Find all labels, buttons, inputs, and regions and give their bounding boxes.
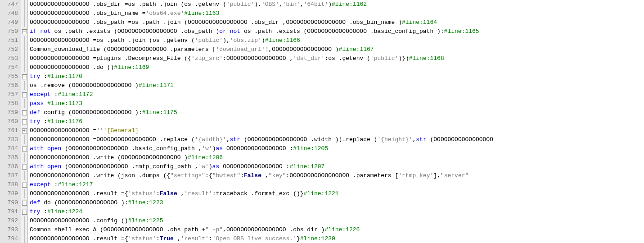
- line-number: 757: [0, 90, 21, 99]
- token-op: ,: [300, 1, 304, 8]
- token-id: OOOOOOOOOOOOOOOOO: [30, 55, 93, 62]
- code-line[interactable]: OOOOOOOOOOOOOOOOO =OOOOOOOOOOOOOOOOO .re…: [28, 135, 644, 144]
- token-op: ): [212, 145, 216, 152]
- code-line[interactable]: OOOOOOOOOOOOOOOOO =os .path .join (os .g…: [28, 36, 644, 45]
- code-line[interactable]: OOOOOOOOOOOOOOOOO ='''[General]: [28, 126, 644, 135]
- fold-collapse-icon[interactable]: [21, 90, 27, 99]
- token-op: :: [156, 235, 160, 242]
- token-id: OOOOOOOOOOOOOOOOO: [30, 127, 93, 134]
- line-number: 752: [0, 45, 21, 54]
- token-cm: #line:1167: [339, 46, 374, 53]
- token-id: OOOOOOOOOOOOOOOOO .obs_dir: [30, 1, 125, 8]
- token-str: 'result': [184, 190, 212, 197]
- token-kw: try: [30, 208, 44, 215]
- fold-guide: [21, 36, 27, 45]
- token-op: (: [100, 226, 104, 233]
- code-editor[interactable]: 7477487497507517527537547557567577587597…: [0, 0, 644, 243]
- fold-collapse-icon[interactable]: [21, 72, 27, 81]
- code-line[interactable]: OOOOOOOOOOOOOOOOO =plugins .Decompress_F…: [28, 54, 644, 63]
- token-op: ,: [195, 163, 198, 170]
- token-kw: try: [30, 118, 44, 125]
- token-op: ),: [254, 1, 261, 8]
- token-id: OOOOOOOOOOOOOOOOO .rmtp_config_path: [68, 163, 195, 170]
- code-line[interactable]: OOOOOOOOOOOOOOOOO .result ={'status':Tru…: [28, 234, 644, 243]
- code-line[interactable]: with open (OOOOOOOOOOOOOOOOO .rmtp_confi…: [28, 162, 644, 171]
- code-area[interactable]: OOOOOOOOOOOOOOOOO .obs_dir =os .path .jo…: [28, 0, 644, 243]
- code-line[interactable]: OOOOOOOOOOOOOOOOO .obs_bin_name ='obs64.…: [28, 9, 644, 18]
- code-line[interactable]: OOOOOOOOOOOOOOOOO .write (OOOOOOOOOOOOOO…: [28, 153, 644, 162]
- line-number: 786: [0, 162, 21, 171]
- code-line[interactable]: with open (OOOOOOOOOOOOOOOOO .basic_conf…: [28, 144, 644, 153]
- token-op: ={: [121, 190, 128, 197]
- code-line[interactable]: OOOOOOOOOOOOOOOOO .config ()#line:1225: [28, 216, 644, 225]
- code-line[interactable]: def do (OOOOOOOOOOOOOOOOO ):#line:1223: [28, 198, 644, 207]
- token-defname: do: [44, 199, 54, 206]
- token-op: ): [398, 19, 402, 26]
- fold-collapse-icon[interactable]: [21, 180, 27, 189]
- token-id: Common_download_file: [30, 46, 104, 53]
- token-id: traceback .format_exc: [216, 190, 293, 197]
- fold-guide: [21, 18, 27, 27]
- token-id: OOOOOOOOOOOOOOOOO .obs_dir: [226, 226, 321, 233]
- code-line[interactable]: except :#line:1217: [28, 180, 644, 189]
- token-id: OOOOOOOOOOOOOOOOO: [226, 55, 289, 62]
- line-number: 756: [0, 81, 21, 90]
- code-line[interactable]: OOOOOOOOOOOOOOOOO .obs_dir =os .path .jo…: [28, 0, 644, 9]
- code-line[interactable]: OOOOOOOOOOOOOOOOO .do ()#line:1169: [28, 63, 644, 72]
- token-cm: #line:1206: [188, 154, 223, 161]
- fold-collapse-icon[interactable]: [21, 144, 27, 153]
- code-line[interactable]: Common_shell_exec_A (OOOOOOOOOOOOOOOOO .…: [28, 225, 644, 234]
- code-line[interactable]: def config (OOOOOOOOOOOOOOOOO ):#line:11…: [28, 108, 644, 117]
- line-number: 791: [0, 207, 21, 216]
- token-cm: #line:1168: [409, 55, 444, 62]
- fold-expand-icon[interactable]: [21, 126, 27, 135]
- code-line[interactable]: OOOOOOOOOOOOOOOOO .obs_path =os .path .j…: [28, 18, 644, 27]
- line-number: 788: [0, 180, 21, 189]
- fold-collapse-icon[interactable]: [21, 117, 27, 126]
- token-bool: False: [160, 190, 181, 197]
- code-line[interactable]: pass #line:1173: [28, 99, 644, 108]
- fold-collapse-icon[interactable]: [21, 198, 27, 207]
- token-str: 'OBS': [261, 1, 279, 8]
- token-kw: pass: [30, 100, 47, 107]
- code-line[interactable]: os .remove (OOOOOOOOOOOOOOOOO )#line:117…: [28, 81, 644, 90]
- fold-collapse-icon[interactable]: [21, 207, 27, 216]
- code-line[interactable]: try :#line:1176: [28, 117, 644, 126]
- code-line[interactable]: Common_download_file (OOOOOOOOOOOOOOOOO …: [28, 45, 644, 54]
- token-id: OOOOOOOOOOOOOOOOO: [72, 82, 135, 89]
- token-op: ,: [177, 235, 181, 242]
- code-line[interactable]: try :#line:1224: [28, 207, 644, 216]
- code-line[interactable]: try :#line:1170: [28, 72, 644, 81]
- token-cm: #line:1230: [300, 235, 335, 242]
- token-str: '{height}': [377, 136, 412, 143]
- token-id: .path .join: [142, 19, 185, 26]
- fold-collapse-icon[interactable]: [21, 108, 27, 117]
- token-op: (: [367, 55, 370, 62]
- token-op: ): [335, 46, 339, 53]
- line-number: 789: [0, 189, 21, 198]
- line-number: 749: [0, 18, 21, 27]
- fold-collapse-icon[interactable]: [21, 162, 27, 171]
- code-line[interactable]: OOOOOOOOOOOOOOOOO .result ={'status':Fal…: [28, 189, 644, 198]
- token-id: .path .join: [139, 1, 181, 8]
- token-str: " -p": [205, 226, 223, 233]
- line-number-gutter: 7477487497507517527537547557567577587597…: [0, 0, 21, 243]
- fold-guide: [21, 171, 27, 180]
- token-op: ): [184, 154, 188, 161]
- token-cm: #line:1166: [265, 37, 300, 44]
- token-op: ): [135, 82, 139, 89]
- code-line[interactable]: if not os .path .exists (OOOOOOOOOOOOOOO…: [28, 27, 644, 36]
- code-line[interactable]: except :#line:1172: [28, 90, 644, 99]
- token-kw: as: [212, 163, 223, 170]
- token-op: :: [212, 190, 216, 197]
- code-line[interactable]: OOOOOOOOOOOOOOOOO .write (json .dumps ({…: [28, 171, 644, 180]
- token-op: ): [209, 163, 212, 170]
- token-id: os: [54, 28, 65, 35]
- token-cm: #line:1169: [114, 64, 149, 71]
- line-number: 748: [0, 9, 21, 18]
- token-id: .getenv: [163, 37, 191, 44]
- token-op: }: [297, 235, 300, 242]
- fold-collapse-icon[interactable]: [21, 27, 27, 36]
- token-str: "bwtest": [212, 172, 240, 179]
- fold-gutter[interactable]: [21, 0, 28, 243]
